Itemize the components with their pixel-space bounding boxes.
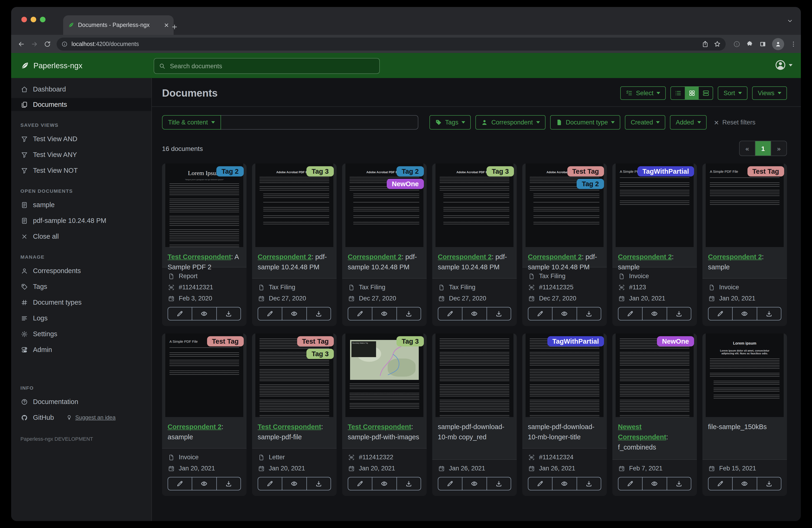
edit-button[interactable] [619, 308, 642, 320]
reset-filters-button[interactable]: ✕ Reset filters [714, 119, 755, 126]
sidebar-item-documents[interactable]: Documents [11, 98, 151, 111]
document-thumbnail[interactable]: TagWithPartial [522, 333, 607, 417]
document-title[interactable]: Test Correspondent: sample-pdf-with-imag… [342, 417, 427, 447]
download-button[interactable] [756, 477, 781, 490]
download-button[interactable] [486, 308, 511, 320]
sidebar-item-correspondents[interactable]: Correspondents [11, 264, 151, 277]
download-button[interactable] [576, 308, 601, 320]
sidebar-item-pdf-sample-10-24-48-pm[interactable]: pdf-sample 10.24.48 PM [11, 214, 151, 227]
view-grid-button[interactable] [685, 87, 699, 99]
edit-button[interactable] [709, 477, 733, 490]
view-detail-button[interactable] [699, 87, 713, 99]
document-thumbnail[interactable]: Test TagTag 3 [252, 333, 337, 417]
edit-button[interactable] [258, 308, 282, 320]
side-panel-icon[interactable] [759, 40, 767, 47]
edit-button[interactable] [528, 308, 552, 320]
sidebar-item-logs[interactable]: Logs [11, 312, 151, 325]
browser-tab[interactable]: Documents - Paperless-ngx ✕ [63, 15, 174, 35]
tags-filter-button[interactable]: Tags [430, 115, 471, 130]
tag-badge[interactable]: Tag 3 [396, 336, 424, 346]
view-list-button[interactable] [671, 87, 685, 99]
document-type-filter-button[interactable]: Document type [550, 115, 621, 130]
document-correspondent-link[interactable]: Test Correspondent [168, 253, 231, 260]
tag-badge[interactable]: NewOne [657, 336, 694, 346]
document-thumbnail[interactable]: Boundary Waters Trip Tag 3 [342, 333, 427, 417]
edit-button[interactable] [438, 477, 462, 490]
share-icon[interactable] [701, 40, 709, 47]
document-title[interactable]: Correspondent 2: asample [162, 417, 247, 447]
download-button[interactable] [306, 477, 331, 490]
document-thumbnail[interactable]: NewOne [612, 333, 697, 417]
sort-button[interactable]: Sort [718, 86, 748, 100]
search-input[interactable] [169, 62, 375, 70]
tag-badge[interactable]: TagWithPartial [637, 166, 694, 176]
view-button[interactable] [552, 477, 577, 490]
tag-badge[interactable]: Test Tag [747, 166, 784, 176]
view-button[interactable] [552, 308, 577, 320]
document-title[interactable]: sample-pdf-download-10-mb copy_red [432, 417, 517, 447]
document-thumbnail[interactable]: Lorem ipsumLorem ipsum dolor sit amet, c… [702, 333, 787, 417]
download-button[interactable] [666, 477, 691, 490]
suggest-an-idea-link[interactable]: Suggest an idea [66, 414, 116, 421]
view-button[interactable] [372, 477, 396, 490]
edit-button[interactable] [528, 477, 552, 490]
edit-button[interactable] [619, 477, 642, 490]
edit-button[interactable] [168, 308, 192, 320]
view-button[interactable] [733, 308, 757, 320]
app-logo[interactable]: Paperless-ngx [20, 61, 83, 70]
tag-badge[interactable]: Tag 3 [487, 166, 514, 176]
edit-button[interactable] [348, 477, 372, 490]
view-button[interactable] [282, 308, 306, 320]
new-tab-button[interactable] [171, 23, 178, 31]
sidebar-item-test-view-not[interactable]: Test View NOT [11, 164, 151, 177]
close-window-button[interactable] [21, 17, 27, 22]
tag-badge[interactable]: TagWithPartial [547, 336, 604, 346]
download-button[interactable] [396, 308, 421, 320]
document-thumbnail[interactable]: Adobe Acrobat PDF Files Tag 3 [432, 163, 517, 247]
sidebar-item-sample[interactable]: sample [11, 198, 151, 211]
document-correspondent-link[interactable]: Correspondent 2 [258, 253, 311, 260]
document-correspondent-link[interactable]: Correspondent 2 [168, 423, 221, 430]
view-button[interactable] [372, 308, 396, 320]
filter-field-dropdown[interactable]: Title & content [162, 115, 221, 130]
address-bar[interactable]: localhost:4200/documents [57, 38, 726, 51]
view-button[interactable] [192, 477, 216, 490]
view-button[interactable] [642, 308, 667, 320]
document-title[interactable]: Correspondent 2: sample [702, 247, 787, 277]
maximize-window-button[interactable] [40, 17, 45, 22]
edit-button[interactable] [258, 477, 282, 490]
document-thumbnail[interactable]: Adobe Acrobat PDF Files Test TagTag 2 [522, 163, 607, 247]
bookmark-star-icon[interactable] [714, 40, 721, 47]
document-thumbnail[interactable]: A Simple PDF File Test Tag [162, 333, 247, 417]
view-button[interactable] [192, 308, 216, 320]
download-button[interactable] [216, 308, 241, 320]
forward-button[interactable] [28, 38, 41, 51]
tab-close-icon[interactable]: ✕ [164, 22, 169, 29]
document-title[interactable]: file-sample_150kBs [702, 417, 787, 437]
extensions-puzzle-icon[interactable] [746, 40, 754, 47]
sidebar-item-dashboard[interactable]: Dashboard [11, 83, 151, 96]
sidebar-item-close-all[interactable]: Close all [11, 230, 151, 243]
document-thumbnail[interactable]: Adobe Acrobat PDF Files Tag 2NewOne [342, 163, 427, 247]
document-correspondent-link[interactable]: Correspondent 2 [708, 253, 762, 260]
sidebar-item-test-view-any[interactable]: Test View ANY [11, 148, 151, 161]
sidebar-item-tags[interactable]: Tags [11, 280, 151, 293]
document-thumbnail[interactable]: Lorem Ipsum"Neque porro quisquam est qui… [162, 163, 247, 247]
edit-button[interactable] [168, 477, 192, 490]
document-title[interactable]: sample-pdf-download-10-mb-longer-title [522, 417, 607, 447]
tag-badge[interactable]: Tag 2 [216, 166, 244, 176]
view-button[interactable] [282, 477, 306, 490]
edit-button[interactable] [348, 308, 372, 320]
views-button[interactable]: Views [752, 86, 787, 100]
document-correspondent-link[interactable]: Correspondent 2 [618, 253, 672, 260]
document-correspondent-link[interactable]: Newest Correspondent [618, 423, 666, 441]
download-button[interactable] [486, 477, 511, 490]
document-title[interactable]: Correspondent 2: pdf-sample 10.24.48 PM [342, 247, 427, 277]
added-filter-button[interactable]: Added [670, 115, 706, 130]
document-correspondent-link[interactable]: Correspondent 2 [438, 253, 492, 260]
tag-badge[interactable]: Test Tag [207, 336, 244, 346]
back-button[interactable] [15, 38, 28, 51]
view-button[interactable] [462, 477, 487, 490]
download-button[interactable] [216, 477, 241, 490]
pagination-next[interactable]: » [771, 141, 786, 156]
